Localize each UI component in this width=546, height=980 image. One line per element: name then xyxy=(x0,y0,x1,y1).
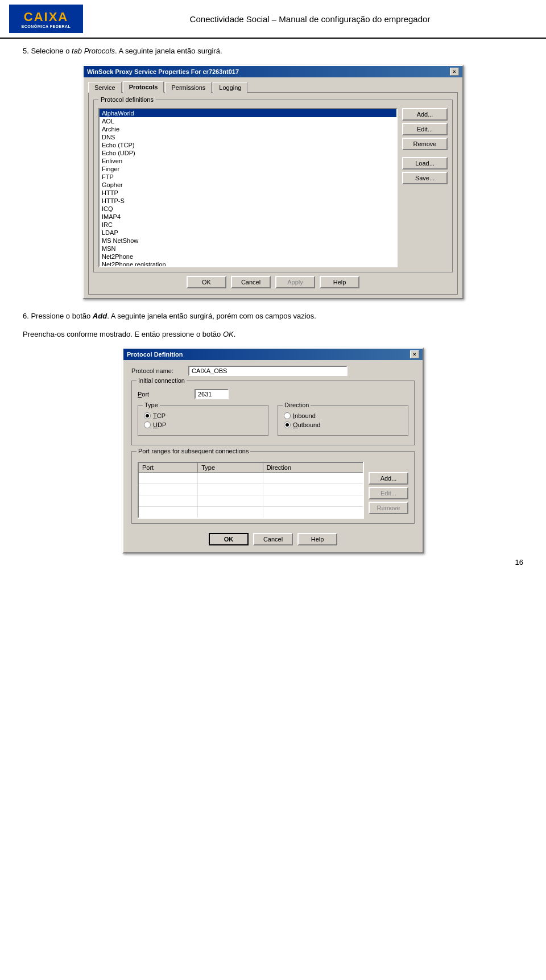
inbound-label: Inbound xyxy=(293,412,316,419)
inbound-radio-row: Inbound xyxy=(284,412,402,419)
inbound-radio[interactable] xyxy=(284,412,291,419)
tcp-label: TCP xyxy=(153,412,166,419)
tcp-radio[interactable] xyxy=(144,412,151,419)
proto-titlebar-buttons: × xyxy=(410,350,419,358)
tab-service[interactable]: Service xyxy=(88,82,122,93)
udp-radio-row: UDP xyxy=(144,421,262,428)
help-button[interactable]: Help xyxy=(320,276,359,288)
port-table-area: Port Type Direction xyxy=(138,462,364,519)
list-item[interactable]: MSN xyxy=(100,245,396,253)
winsock-body: Service Protocols Permissions Logging Pr… xyxy=(84,77,462,298)
ok-button[interactable]: OK xyxy=(187,276,226,288)
tab-protocols[interactable]: Protocols xyxy=(123,81,164,93)
port-input[interactable] xyxy=(195,389,229,399)
list-item[interactable]: HTTP-S xyxy=(100,197,396,205)
step6-text1: 6. Pressione o botão Add. A seguinte jan… xyxy=(23,311,523,322)
port-row: Port xyxy=(138,389,408,399)
step5-text: 5. Selecione o tab Protocols. A seguinte… xyxy=(23,46,523,57)
list-item[interactable]: Gopher xyxy=(100,181,396,189)
protocol-name-input[interactable] xyxy=(188,366,348,376)
col-port: Port xyxy=(138,462,198,473)
port-label: Port xyxy=(138,391,195,398)
proto-body: Protocol name: Initial connection Port xyxy=(123,360,423,552)
tcp-radio-row: TCP xyxy=(144,412,262,419)
protocol-listbox[interactable]: AlphaWorld AOL Archie DNS Echo (TCP) Ech… xyxy=(98,108,398,267)
proto-title: Protocol Definition xyxy=(127,351,183,358)
winsock-tabs: Service Protocols Permissions Logging xyxy=(88,81,458,92)
list-item[interactable]: Net2Phone xyxy=(100,253,396,260)
step5-italic: tab Protocols xyxy=(72,47,115,55)
remove-protocol-button[interactable]: Remove xyxy=(402,138,448,150)
list-item[interactable]: Enliven xyxy=(100,157,396,165)
proto-cancel-button[interactable]: Cancel xyxy=(253,533,293,545)
direction-group-label: Direction xyxy=(283,402,311,408)
step6-ok-italic: OK xyxy=(223,330,234,338)
protocol-name-row: Protocol name: xyxy=(131,366,415,376)
list-item[interactable]: ICQ xyxy=(100,205,396,213)
step6-bold: Add xyxy=(93,312,107,320)
proto-footer-buttons: OK Cancel Help xyxy=(131,530,415,547)
list-item[interactable]: AOL xyxy=(100,117,396,125)
load-protocol-button[interactable]: Load... xyxy=(402,157,448,169)
list-item[interactable]: IMAP4 xyxy=(100,213,396,221)
step6-text2-part1: Preencha-os conforme mostrado. E então p… xyxy=(23,330,223,338)
proto-titlebar: Protocol Definition × xyxy=(123,349,423,360)
winsock-footer-buttons: OK Cancel Apply Help xyxy=(93,272,453,290)
list-item[interactable]: Archie xyxy=(100,125,396,133)
edit-protocol-button[interactable]: Edit... xyxy=(402,123,448,135)
type-direction-row: Type TCP UDP xyxy=(138,405,408,440)
initial-connection-group: Initial connection Port Type xyxy=(131,381,415,445)
outbound-radio-row: Outbound xyxy=(284,421,402,428)
list-item[interactable]: Net2Phone registration xyxy=(100,260,396,267)
port-ranges-section: Port Type Direction xyxy=(138,462,408,519)
port-ranges-tbody xyxy=(138,473,363,518)
winsock-title: WinSock Proxy Service Properties For cr7… xyxy=(87,68,239,75)
winsock-content-area: AlphaWorld AOL Archie DNS Echo (TCP) Ech… xyxy=(98,108,448,267)
list-item[interactable]: MS NetShow xyxy=(100,237,396,245)
tab-permissions[interactable]: Permissions xyxy=(165,82,212,93)
step6-text2-end: . xyxy=(234,330,236,338)
list-item[interactable]: HTTP xyxy=(100,189,396,197)
proto-help-button[interactable]: Help xyxy=(297,533,337,545)
list-item[interactable]: FTP xyxy=(100,173,396,181)
winsock-dialog: WinSock Proxy Service Properties For cr7… xyxy=(82,65,464,299)
page-number: 16 xyxy=(0,553,546,571)
add-protocol-button[interactable]: Add... xyxy=(402,108,448,121)
winsock-titlebar: WinSock Proxy Service Properties For cr7… xyxy=(84,66,462,77)
proto-close-button[interactable]: × xyxy=(410,350,419,358)
list-item[interactable]: IRC xyxy=(100,221,396,229)
table-row xyxy=(138,507,363,518)
apply-button[interactable]: Apply xyxy=(275,276,315,288)
edit-port-button[interactable]: Edit... xyxy=(369,487,408,499)
remove-port-button[interactable]: Remove xyxy=(369,502,408,514)
col-direction: Direction xyxy=(263,462,363,473)
page-content: 5. Selecione o tab Protocols. A seguinte… xyxy=(0,46,546,553)
list-item[interactable]: Echo (UDP) xyxy=(100,149,396,157)
list-item[interactable]: Echo (TCP) xyxy=(100,141,396,149)
direction-group: Direction Inbound Outbound xyxy=(278,405,408,436)
step6-part1: 6. Pressione o botão xyxy=(23,312,93,320)
list-item[interactable]: AlphaWorld xyxy=(100,109,396,117)
table-row xyxy=(138,473,363,484)
type-group-label: Type xyxy=(143,402,160,408)
logo-sub-text: ECONÔMICA FEDERAL xyxy=(22,24,71,28)
tab-logging[interactable]: Logging xyxy=(213,82,247,93)
proto-ok-button[interactable]: OK xyxy=(209,533,249,545)
cancel-button[interactable]: Cancel xyxy=(231,276,271,288)
list-item[interactable]: Finger xyxy=(100,165,396,173)
protocol-definition-dialog: Protocol Definition × Protocol name: Ini… xyxy=(122,348,424,553)
titlebar-buttons: × xyxy=(450,68,459,76)
udp-radio[interactable] xyxy=(144,421,151,428)
port-ranges-label: Port ranges for subsequent connections xyxy=(136,448,250,454)
initial-connection-label: Initial connection xyxy=(136,377,187,384)
winsock-action-buttons: Add... Edit... Remove Load... Save... xyxy=(402,108,448,267)
type-group: Type TCP UDP xyxy=(138,405,268,436)
close-button[interactable]: × xyxy=(450,68,459,76)
save-protocol-button[interactable]: Save... xyxy=(402,172,448,184)
list-item[interactable]: DNS xyxy=(100,133,396,141)
table-row xyxy=(138,484,363,495)
add-port-button[interactable]: Add... xyxy=(369,472,408,485)
outbound-radio[interactable] xyxy=(284,421,291,428)
header: CAIXA ECONÔMICA FEDERAL Conectividade So… xyxy=(0,0,546,39)
list-item[interactable]: LDAP xyxy=(100,229,396,237)
